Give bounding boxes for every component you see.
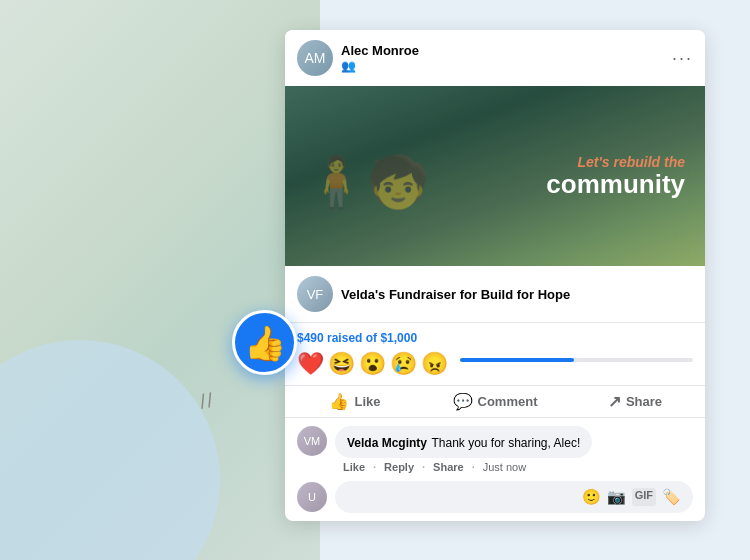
reaction-heart[interactable]: ❤️ — [297, 351, 324, 377]
share-label: Share — [626, 394, 662, 409]
current-user-avatar: U — [297, 482, 327, 512]
reaction-wow[interactable]: 😮 — [359, 351, 386, 377]
reaction-sad[interactable]: 😢 — [390, 351, 417, 377]
comment-input-icons: 🙂 📷 GIF 🏷️ — [582, 488, 681, 506]
fundraiser-progress-fill — [460, 358, 574, 362]
post-image-text: Let's rebuild the community — [546, 154, 685, 199]
author-name: Alec Monroe — [341, 43, 672, 58]
share-icon: ↗ — [608, 392, 621, 411]
post-image: Let's rebuild the community 🧍🧒 — [285, 86, 705, 266]
sticker-icon[interactable]: 🏷️ — [662, 488, 681, 506]
comment-label: Comment — [478, 394, 538, 409]
like-icon: 👍 — [329, 392, 349, 411]
thumbs-up-float: 👍 — [232, 310, 297, 375]
thumbs-up-icon: 👍 — [244, 323, 286, 363]
facebook-post-card: AM Alec Monroe 👥 ··· Let's rebuild the c… — [285, 30, 705, 521]
comment-share-action[interactable]: Share — [433, 461, 464, 473]
more-options-button[interactable]: ··· — [672, 48, 693, 69]
camera-icon[interactable]: 📷 — [607, 488, 626, 506]
comment-author-avatar: VM — [297, 426, 327, 456]
reaction-haha[interactable]: 😆 — [328, 351, 355, 377]
comment-input-row: U 🙂 📷 GIF 🏷️ — [297, 481, 693, 513]
reaction-angry[interactable]: 😠 — [421, 351, 448, 377]
fundraiser-info: Velda's Fundraiser for Build for Hope — [341, 287, 693, 302]
post-headline-line1: Let's rebuild the — [546, 154, 685, 170]
reactions-section: $490 raised of $1,000 ❤️ 😆 😮 😢 😠 — [285, 323, 705, 385]
gif-icon[interactable]: GIF — [632, 488, 656, 506]
author-info: Alec Monroe 👥 — [341, 43, 672, 73]
raised-amount: $490 raised of $1,000 — [297, 331, 693, 345]
comment-input-box[interactable]: 🙂 📷 GIF 🏷️ — [335, 481, 693, 513]
comment-body: Thank you for sharing, Alec! — [431, 436, 580, 450]
comment-icon: 💬 — [453, 392, 473, 411]
comment-timestamp: Just now — [483, 461, 526, 473]
comments-section: VM Velda Mcginty Thank you for sharing, … — [285, 418, 705, 521]
fundraiser-progress-bar — [460, 358, 693, 362]
post-header: AM Alec Monroe 👥 ··· — [285, 30, 705, 86]
post-audience-icon: 👥 — [341, 59, 672, 73]
comment-author-name: Velda Mcginty — [347, 436, 427, 450]
emoji-reactions[interactable]: ❤️ 😆 😮 😢 😠 — [297, 351, 693, 377]
image-figures: 🧍🧒 — [305, 153, 429, 211]
comment-button[interactable]: 💬 Comment — [425, 386, 565, 417]
comment-bubble: Velda Mcginty Thank you for sharing, Ale… — [335, 426, 592, 458]
action-buttons: 👍 Like 💬 Comment ↗ Share — [285, 385, 705, 418]
author-avatar: AM — [297, 40, 333, 76]
fundraiser-section: VF Velda's Fundraiser for Build for Hope — [285, 266, 705, 323]
comment-like-action[interactable]: Like — [343, 461, 365, 473]
fundraiser-title: Velda's Fundraiser for Build for Hope — [341, 287, 693, 302]
post-headline-line2: community — [546, 170, 685, 199]
like-button[interactable]: 👍 Like — [285, 386, 425, 417]
comment-actions: Like · Reply · Share · Just now — [343, 461, 592, 473]
comment-content: Velda Mcginty Thank you for sharing, Ale… — [335, 426, 592, 473]
like-label: Like — [354, 394, 380, 409]
emoji-icon[interactable]: 🙂 — [582, 488, 601, 506]
comment-reply-action[interactable]: Reply — [384, 461, 414, 473]
fundraiser-avatar: VF — [297, 276, 333, 312]
comment-row: VM Velda Mcginty Thank you for sharing, … — [297, 426, 693, 473]
share-button[interactable]: ↗ Share — [565, 386, 705, 417]
